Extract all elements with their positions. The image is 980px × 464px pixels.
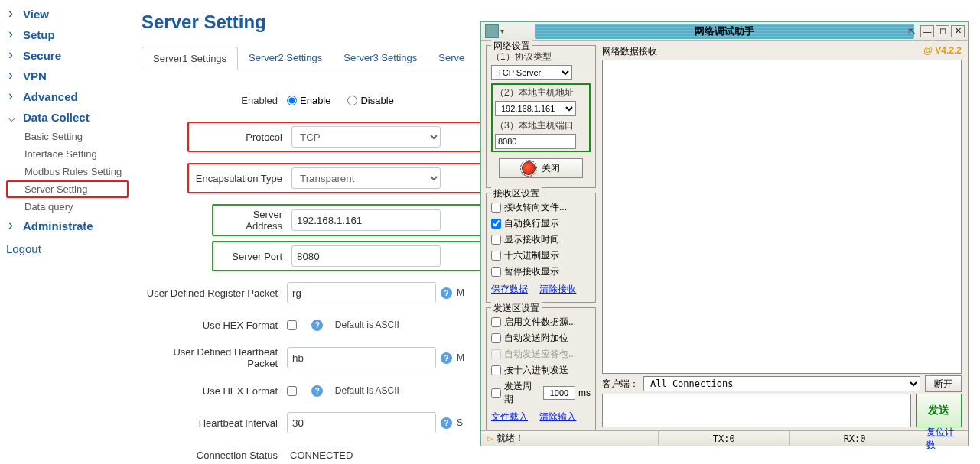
- rx-opt-1[interactable]: [491, 219, 501, 229]
- nav-setup[interactable]: Setup: [6, 24, 129, 45]
- close-connection-button[interactable]: 关闭: [499, 158, 583, 178]
- help-icon[interactable]: ?: [441, 417, 452, 429]
- close-btn-label: 关闭: [542, 162, 560, 175]
- reg-packet-input[interactable]: [287, 282, 436, 303]
- rx-opt-0-label: 接收转向文件...: [504, 201, 567, 214]
- cycle-unit: ms: [578, 388, 591, 398]
- hex1-checkbox[interactable]: [287, 320, 297, 330]
- encap-label: Encapsulation Type: [192, 173, 291, 184]
- clear-rx-link[interactable]: 清除接收: [539, 284, 576, 294]
- close-button[interactable]: ✕: [951, 25, 965, 37]
- hex2-checkbox[interactable]: [287, 386, 297, 396]
- tx-opt-0[interactable]: [491, 317, 501, 327]
- sub-modbus-rules[interactable]: Modbus Rules Setting: [6, 163, 129, 180]
- rx-head-label: 网络数据接收: [602, 45, 657, 58]
- client-label: 客户端：: [602, 378, 639, 391]
- tab-server3[interactable]: Server3 Settings: [333, 47, 428, 70]
- sub-server-setting[interactable]: Server Setting: [6, 180, 129, 198]
- clear-tx-link[interactable]: 清除输入: [539, 411, 576, 422]
- nav-view[interactable]: View: [6, 4, 129, 24]
- help-icon[interactable]: ?: [311, 320, 323, 331]
- rx-opt-2[interactable]: [491, 235, 501, 245]
- cycle-input[interactable]: [543, 386, 575, 400]
- hex1-label: Use HEX Format: [142, 320, 287, 331]
- server-form: Enabled Enable Disable Protocol TCP Enca…: [142, 70, 482, 464]
- enable-radio[interactable]: [287, 96, 297, 105]
- sub-interface-setting[interactable]: Interface Setting: [6, 145, 129, 163]
- help-icon[interactable]: ?: [441, 287, 452, 299]
- reg-packet-label: User Defined Register Packet: [142, 287, 287, 299]
- save-data-link[interactable]: 保存数据: [491, 284, 528, 294]
- disconnect-button[interactable]: 断开: [925, 375, 962, 392]
- nav-vpn[interactable]: VPN: [6, 66, 129, 86]
- tx-opt-2: [491, 349, 501, 359]
- host-label: （2）本地主机地址: [495, 86, 587, 99]
- disable-text: Disable: [360, 95, 393, 106]
- rx-opt-1-label: 自动换行显示: [504, 217, 559, 230]
- version-label: @ V4.2.2: [923, 45, 962, 58]
- server-addr-input[interactable]: [291, 209, 441, 231]
- help-text: S: [457, 417, 463, 428]
- tx-opt-1[interactable]: [491, 333, 501, 343]
- hex2-help: Default is ASCII: [335, 385, 399, 396]
- port-label: （3）本地主机端口: [495, 119, 587, 132]
- hex2-label: Use HEX Format: [142, 385, 287, 397]
- page-title: Server Setting: [142, 11, 482, 33]
- sub-basic-setting[interactable]: Basic Setting: [6, 128, 129, 145]
- file-load-link[interactable]: 文件载入: [491, 411, 528, 422]
- nav-administrate[interactable]: Administrate: [6, 216, 129, 236]
- encap-select[interactable]: Transparent: [291, 167, 441, 189]
- tx-settings-title: 发送区设置: [491, 302, 542, 315]
- rx-opt-0[interactable]: [491, 203, 501, 213]
- help-text: M: [457, 287, 464, 298]
- rx-opt-4[interactable]: [491, 267, 501, 277]
- send-button[interactable]: 发送: [916, 394, 962, 427]
- host-select[interactable]: 192.168.1.161: [495, 101, 576, 116]
- ready-icon: ▻: [487, 433, 493, 443]
- status-ready: 就绪！: [497, 432, 524, 445]
- tx-opt-1-label: 自动发送附加位: [504, 332, 568, 345]
- hb-interval-label: Heartbeat Interval: [142, 417, 287, 429]
- maximize-button[interactable]: ◻: [936, 25, 949, 37]
- port-input[interactable]: [495, 134, 576, 149]
- reset-count-link[interactable]: 复位计数: [920, 431, 968, 446]
- help-text: M: [457, 352, 464, 363]
- hb-interval-input[interactable]: [287, 412, 436, 433]
- minimize-button[interactable]: —: [920, 25, 934, 37]
- protocol-label: Protocol: [192, 131, 291, 143]
- send-textarea[interactable]: [602, 394, 911, 427]
- left-panel: 网络设置 （1）协议类型 TCP Server （2）本地主机地址 192.16…: [481, 41, 601, 430]
- help-icon[interactable]: ?: [441, 352, 452, 364]
- rx-textarea[interactable]: [602, 60, 962, 374]
- nav-data-collect[interactable]: Data Collect: [6, 107, 129, 128]
- nav-advanced[interactable]: Advanced: [6, 86, 129, 107]
- help-icon[interactable]: ?: [311, 385, 323, 397]
- conn-status-value: CONNECTED: [287, 449, 353, 461]
- client-select[interactable]: All Connections: [643, 376, 920, 391]
- sub-data-query[interactable]: Data query: [6, 198, 129, 216]
- tx-opt-3-label: 按十六进制发送: [504, 364, 568, 377]
- pin-icon[interactable]: ⇱: [908, 26, 916, 37]
- rx-opt-3[interactable]: [491, 251, 501, 261]
- rx-count: RX:0: [790, 431, 920, 446]
- tx-opt-3[interactable]: [491, 365, 501, 375]
- logout-link[interactable]: Logout: [6, 236, 129, 261]
- nav-secure[interactable]: Secure: [6, 45, 129, 66]
- titlebar[interactable]: ▾ 网络调试助手 ⇱ — ◻ ✕: [481, 22, 968, 41]
- disable-radio[interactable]: [347, 96, 357, 105]
- tab-server4[interactable]: Serve: [428, 47, 475, 70]
- tx-cycle-cb[interactable]: [491, 388, 501, 398]
- rx-opt-3-label: 十六进制显示: [504, 249, 559, 262]
- hb-packet-input[interactable]: [287, 347, 436, 368]
- net-settings-group: 网络设置 （1）协议类型 TCP Server （2）本地主机地址 192.16…: [486, 45, 596, 188]
- server-tabs: Server1 Settings Server2 Settings Server…: [142, 47, 482, 70]
- proto-select[interactable]: TCP Server: [491, 65, 572, 80]
- enable-text: Enable: [300, 95, 330, 106]
- enabled-label: Enabled: [142, 95, 287, 106]
- tab-server2[interactable]: Server2 Settings: [238, 47, 333, 70]
- hex1-help: Default is ASCII: [335, 320, 399, 330]
- tab-server1[interactable]: Server1 Settings: [142, 47, 238, 70]
- menu-drop-icon[interactable]: ▾: [500, 27, 504, 35]
- protocol-select[interactable]: TCP: [291, 126, 441, 148]
- server-port-input[interactable]: [291, 245, 441, 267]
